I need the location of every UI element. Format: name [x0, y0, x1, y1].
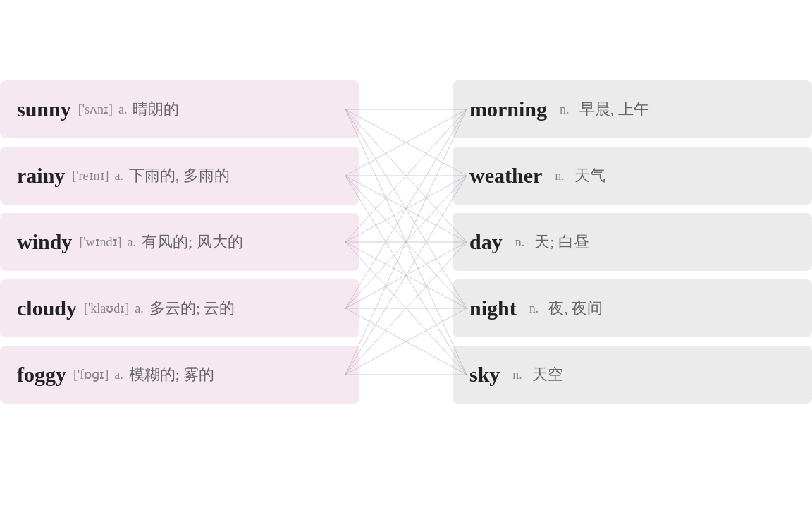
word-main: cloudy: [17, 296, 77, 320]
word-phonetic: ['fɒɡɪ]: [73, 367, 109, 382]
title-text: [28, 28, 35, 59]
left-word-card: rainy ['reɪnɪ] a. 下雨的, 多雨的: [0, 147, 359, 205]
word-main: weather: [469, 164, 542, 188]
word-phonetic: ['klaʊdɪ]: [84, 301, 129, 316]
word-pos: n.: [560, 102, 570, 117]
word-translation: 天空: [532, 364, 563, 385]
word-translation: 早晨, 上午: [579, 99, 649, 120]
word-main: sunny: [17, 97, 71, 121]
right-word-card: day n. 天; 白昼: [453, 213, 812, 271]
word-translation: 有风的; 风大的: [142, 231, 243, 253]
word-translation: 多云的; 云的: [149, 298, 235, 319]
left-word-card: windy ['wɪndɪ] a. 有风的; 风大的: [0, 213, 359, 271]
word-main: windy: [17, 230, 72, 254]
word-phonetic: ['reɪnɪ]: [72, 168, 109, 183]
word-pos: a.: [118, 102, 128, 117]
word-phonetic: ['wɪndɪ]: [79, 234, 121, 250]
word-main: day: [469, 230, 503, 254]
right-word-card: night n. 夜, 夜间: [453, 279, 812, 337]
word-main: morning: [469, 97, 547, 121]
word-pos: a.: [135, 301, 144, 316]
word-main: night: [469, 296, 517, 320]
word-translation: 模糊的; 雾的: [129, 364, 215, 385]
main-content: sunny ['sʌnɪ] a. 晴朗的 rainy ['reɪnɪ] a. 下…: [0, 80, 812, 412]
word-main: foggy: [17, 363, 66, 387]
word-translation: 下雨的, 多雨的: [129, 165, 230, 186]
word-pos: n.: [515, 235, 525, 250]
right-word-card: morning n. 早晨, 上午: [453, 80, 812, 138]
word-pos: a.: [128, 235, 137, 250]
title-row: [0, 28, 812, 59]
page: sunny ['sʌnɪ] a. 晴朗的 rainy ['reɪnɪ] a. 下…: [0, 0, 812, 508]
left-word-card: cloudy ['klaʊdɪ] a. 多云的; 云的: [0, 279, 359, 337]
word-pos: a.: [115, 169, 124, 183]
right-word-card: weather n. 天气: [453, 147, 812, 205]
right-column: morning n. 早晨, 上午 weather n. 天气 day n. 天…: [453, 80, 812, 412]
word-translation: 天气: [574, 165, 605, 186]
word-phonetic: ['sʌnɪ]: [78, 102, 113, 117]
word-translation: 天; 白昼: [534, 231, 589, 253]
word-pos: a.: [114, 368, 123, 382]
connector-area: [345, 80, 467, 412]
left-word-card: sunny ['sʌnɪ] a. 晴朗的: [0, 80, 359, 138]
left-word-card: foggy ['fɒɡɪ] a. 模糊的; 雾的: [0, 346, 359, 404]
right-word-card: sky n. 天空: [453, 346, 812, 404]
word-translation: 晴朗的: [133, 99, 179, 120]
word-translation: 夜, 夜间: [548, 298, 603, 319]
word-main: rainy: [17, 164, 65, 188]
left-column: sunny ['sʌnɪ] a. 晴朗的 rainy ['reɪnɪ] a. 下…: [0, 80, 359, 412]
word-main: sky: [469, 363, 500, 387]
word-pos: n.: [555, 169, 565, 183]
word-pos: n.: [529, 301, 539, 316]
word-pos: n.: [512, 368, 522, 382]
